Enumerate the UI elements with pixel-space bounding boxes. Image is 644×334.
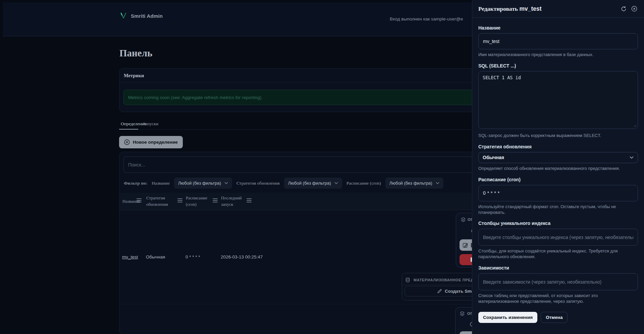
column-menu-icon[interactable]	[247, 198, 252, 202]
name-field[interactable]	[478, 33, 638, 49]
schedule-field[interactable]	[478, 185, 638, 201]
resize-handle-icon[interactable]	[633, 124, 637, 128]
row-name-link[interactable]: mv_test	[122, 254, 138, 259]
context-menu-group-label: МАТЕРИАЛИЗОВАННОЕ ПРЕД	[414, 278, 474, 282]
filter-strategy-select[interactable]: Любой (без фильтра)	[284, 178, 342, 189]
context-menu-group: МАТЕРИАЛИЗОВАННОЕ ПРЕД	[406, 278, 474, 282]
chevron-down-icon	[224, 182, 228, 184]
column-menu-icon[interactable]	[213, 198, 218, 202]
filter-strategy-label: Стратегия обновления	[236, 181, 280, 186]
app-title: Smriti Admin	[131, 13, 163, 19]
database-icon	[406, 278, 410, 282]
dependencies-field-label: Зависимости	[478, 265, 638, 271]
dependencies-field-help: Список таблиц или представлений, от кото…	[478, 293, 638, 304]
sql-field[interactable]: SELECT 1 AS id	[478, 71, 638, 129]
name-field-help: Имя материализованного представления в б…	[478, 52, 638, 58]
row-schedule: 0 * * * *	[185, 254, 200, 259]
unique-index-field-help: Столбцы, для которых создаётся уникальны…	[478, 248, 638, 260]
metrics-card-title: Метрики	[124, 73, 144, 79]
filter-name-select-value: Любой (без фильтра)	[178, 181, 221, 186]
schedule-field-label: Расписание (cron)	[478, 177, 638, 182]
column-header-schedule: Расписание (cron)	[186, 195, 217, 208]
filter-strategy-select-value: Любой (без фильтра)	[288, 181, 331, 186]
edit-drawer: Редактировать mv_test	[472, 0, 644, 334]
tab-definitions[interactable]: Определения	[121, 121, 146, 127]
layers-icon	[460, 311, 465, 316]
plus-circle-icon	[124, 139, 130, 145]
layers-icon	[461, 217, 466, 222]
strategy-field-help: Определяет способ обновления материализо…	[478, 166, 638, 172]
drawer-header: Редактировать mv_test	[472, 0, 644, 18]
drawer-title-name: mv_test	[519, 5, 541, 12]
filter-name-label: Название	[152, 181, 170, 186]
menu-item-create-label: Создать Smri	[445, 289, 475, 294]
filter-schedule-select-value: Любой (без фильтра)	[389, 181, 432, 186]
sql-field-help: SQL-запрос должен быть корректным выраже…	[478, 133, 638, 139]
brand: Smriti Admin	[120, 12, 163, 19]
page-title: Панель	[119, 48, 152, 59]
drawer-body: Название Имя материализованного представ…	[472, 18, 644, 323]
unique-index-field-label: Столбцы уникального индекса	[478, 221, 638, 226]
name-field-label: Название	[478, 25, 638, 31]
filter-caption: Фильтр по:	[124, 181, 147, 186]
strategy-field-label: Стратегия обновления	[478, 144, 638, 149]
new-definition-label: Новое определение	[133, 140, 178, 145]
login-status-text: Вход выполнен как sample-user@e	[390, 16, 463, 21]
save-button[interactable]: Сохранить изменения	[478, 312, 537, 323]
drawer-title: Редактировать mv_test	[478, 5, 542, 12]
new-definition-button[interactable]: Новое определение	[119, 136, 183, 148]
row-last-run: 2026-03-13 00:25:47	[221, 254, 263, 259]
chevron-down-icon	[436, 182, 439, 184]
chevron-down-icon	[334, 182, 338, 184]
column-menu-icon[interactable]	[177, 198, 182, 202]
dependencies-field[interactable]	[478, 273, 638, 290]
pen-icon	[437, 289, 442, 294]
filter-schedule-select[interactable]: Любой (без фильтра)	[385, 178, 443, 189]
refresh-button[interactable]	[621, 6, 627, 12]
metrics-alert-text: Metrics coming soon (see: Aggregate refr…	[128, 95, 263, 100]
cancel-button[interactable]: Отмена	[541, 312, 568, 323]
sql-field-label: SQL (SELECT ...)	[478, 63, 638, 68]
close-drawer-button[interactable]	[631, 6, 637, 12]
column-menu-icon[interactable]	[137, 198, 142, 202]
unique-index-field[interactable]	[478, 229, 638, 246]
pencil-square-icon	[463, 242, 468, 248]
filter-schedule-label: Расписание (cron)	[346, 181, 381, 186]
drawer-title-action: Редактировать	[478, 5, 519, 12]
filter-name-select[interactable]: Любой (без фильтра)	[174, 178, 232, 189]
strategy-select-value: Обычная	[483, 155, 504, 160]
strategy-select[interactable]: Обычная	[478, 152, 638, 163]
app-screen: Smriti Admin Вход выполнен как sample-us…	[0, 0, 644, 334]
tab-runs[interactable]: Запуски	[143, 121, 158, 127]
filter-row: Фильтр по: Название Любой (без фильтра) …	[124, 178, 443, 189]
smriti-logo-icon	[120, 12, 127, 19]
column-header-strategy: Стратегия обновления	[146, 195, 177, 208]
chevron-down-icon	[630, 156, 634, 159]
schedule-field-help: Используйте стандартный формат cron. Ост…	[478, 204, 638, 216]
active-tab-underline	[119, 129, 138, 130]
row-strategy: Обычная	[146, 254, 165, 259]
